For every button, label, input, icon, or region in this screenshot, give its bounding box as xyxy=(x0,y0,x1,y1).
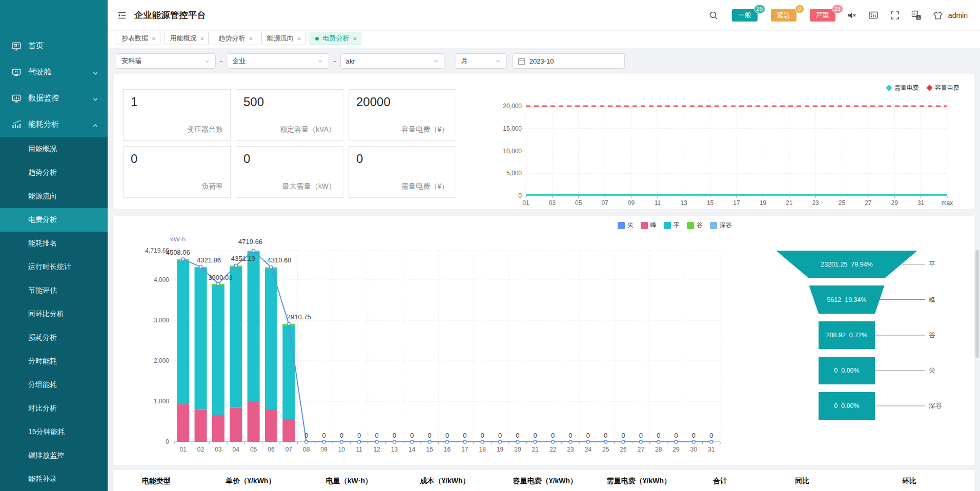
sidebar-subitem-energy-flow[interactable]: 能源流向 xyxy=(0,185,108,208)
legend-item-flat[interactable]: 平 xyxy=(664,221,680,230)
svg-text:20,000: 20,000 xyxy=(503,103,522,110)
svg-text:平: 平 xyxy=(929,260,935,268)
collapse-menu-icon[interactable] xyxy=(117,10,127,21)
fee-trend-chart[interactable]: 需量电费 容量电费 010305070911131517192123252729… xyxy=(482,78,974,208)
sidebar-item-label: 能耗分析 xyxy=(28,119,59,129)
svg-text:5612 19.34%: 5612 19.34% xyxy=(827,296,866,303)
close-icon[interactable]: × xyxy=(152,35,156,42)
fullscreen-icon[interactable] xyxy=(890,10,900,21)
svg-text:18: 18 xyxy=(479,446,486,453)
main-area: 企业能源管控平台 一般 29 紧急 0 严重 23 中A xyxy=(108,0,980,491)
period-select[interactable]: 月 xyxy=(456,53,507,69)
sidebar-subitem-runtime-statistics[interactable]: 运行时长统计 xyxy=(0,255,108,279)
legend-item-deep-valley[interactable]: 深谷 xyxy=(710,221,732,230)
sidebar-subitem-energy-overview[interactable]: 用能概况 xyxy=(0,137,108,161)
svg-text:02: 02 xyxy=(197,446,205,453)
svg-text:0 0.00%: 0 0.00% xyxy=(834,402,859,410)
svg-text:max: max xyxy=(942,199,953,207)
org-select[interactable]: 安科瑞 xyxy=(116,53,216,69)
alert-button-general[interactable]: 一般 29 xyxy=(732,9,758,22)
calendar-icon xyxy=(518,57,525,65)
sidebar-subitem-comparison-analysis[interactable]: 对比分析 xyxy=(0,397,108,420)
alert-button-critical[interactable]: 严重 23 xyxy=(810,9,835,22)
mute-icon[interactable] xyxy=(847,10,857,21)
sidebar-subitem-energy-saving-evaluation[interactable]: 节能评估 xyxy=(0,279,108,302)
sidebar-item-cockpit[interactable]: 驾驶舱 xyxy=(0,59,108,85)
sidebar-subitem-group-energy[interactable]: 分组能耗 xyxy=(0,373,108,397)
legend-item-sharp[interactable]: 尖 xyxy=(618,221,634,230)
square-marker-icon xyxy=(618,222,625,229)
separator: - xyxy=(333,56,336,66)
tab-electricity-fee-analysis[interactable]: 电费分析 × xyxy=(310,32,361,45)
sidebar-subitem-time-of-use-energy[interactable]: 分时能耗 xyxy=(0,350,108,373)
svg-text:0: 0 xyxy=(657,432,660,439)
sidebar-subitem-trend-analysis[interactable]: 趋势分析 xyxy=(0,161,108,185)
legend-item-capacity-fee[interactable]: 容量电费 xyxy=(927,84,959,92)
svg-text:4719.66: 4719.66 xyxy=(238,238,262,246)
sidebar-subitem-loss-analysis[interactable]: 损耗分析 xyxy=(0,326,108,350)
svg-text:0: 0 xyxy=(393,432,396,439)
table-header-row: 电能类型 单价（¥/kWh） 电量（kW·h） 成本（¥/kWh） 容量电费（¥… xyxy=(114,470,974,486)
svg-text:24: 24 xyxy=(585,446,592,453)
svg-text:21: 21 xyxy=(532,446,539,453)
alert-button-urgent[interactable]: 紧急 0 xyxy=(771,9,797,22)
svg-text:0: 0 xyxy=(463,432,466,439)
language-icon[interactable]: 中A xyxy=(911,10,922,21)
tab-meter-data[interactable]: 抄表数据 × xyxy=(116,32,160,45)
sidebar-item-energy-analysis[interactable]: 能耗分析 xyxy=(0,111,108,137)
trend-chart-icon xyxy=(11,119,22,130)
column-header-demand-fee: 需量电费（¥/kWh） xyxy=(596,477,681,486)
svg-text:11: 11 xyxy=(655,199,661,207)
tab-trend-analysis[interactable]: 趋势分析 × xyxy=(213,32,257,45)
sidebar-item-home[interactable]: 首页 xyxy=(0,33,108,59)
daily-energy-bar-chart-svg[interactable]: 01,0002,0003,0004,0004,719.6601020304050… xyxy=(123,226,759,457)
svg-text:0: 0 xyxy=(586,432,590,439)
sidebar-subitem-yoy-mom-analysis[interactable]: 同环比分析 xyxy=(0,302,108,326)
column-header-yoy: 同比 xyxy=(759,477,845,486)
sidebar-subitem-15min-energy[interactable]: 15分钟能耗 xyxy=(0,420,108,444)
close-icon[interactable]: × xyxy=(353,35,357,42)
scrollbar[interactable] xyxy=(975,250,979,358)
svg-text:20: 20 xyxy=(514,446,521,453)
sidebar-subitem-electricity-fee-analysis[interactable]: 电费分析 xyxy=(0,208,108,232)
svg-text:03: 03 xyxy=(215,446,222,453)
svg-text:22: 22 xyxy=(549,446,557,453)
bar-chart-legend: 尖 峰 平 谷 深谷 xyxy=(618,221,732,230)
level-select[interactable]: 企业 xyxy=(227,53,329,69)
legend-item-valley[interactable]: 谷 xyxy=(687,221,703,230)
close-icon[interactable]: × xyxy=(297,35,301,42)
period-funnel-chart-svg[interactable]: 23201.25 79.94%平5612 19.34%峰208.92 0.72%… xyxy=(769,246,980,430)
svg-text:25: 25 xyxy=(839,199,846,207)
svg-text:13: 13 xyxy=(681,199,688,207)
legend-item-demand-fee[interactable]: 需量电费 xyxy=(887,84,919,92)
svg-text:05: 05 xyxy=(575,199,582,207)
sidebar-subitem-energy-ranking[interactable]: 能耗排名 xyxy=(0,232,108,255)
theme-shirt-icon[interactable] xyxy=(933,10,943,21)
node-select[interactable]: akr xyxy=(340,53,444,69)
big-screen-icon[interactable] xyxy=(868,10,879,21)
sidebar-item-label: 驾驶舱 xyxy=(28,67,51,77)
energy-panel: 尖 峰 平 谷 深谷 01,0002,0003,0004,0004,719.66… xyxy=(114,216,974,465)
svg-text:15: 15 xyxy=(707,199,714,207)
date-picker[interactable]: 2023-10 xyxy=(512,53,625,69)
search-icon[interactable] xyxy=(708,10,719,21)
svg-text:0: 0 xyxy=(692,432,696,439)
legend-item-peak[interactable]: 峰 xyxy=(641,221,657,230)
close-icon[interactable]: × xyxy=(200,35,205,42)
svg-text:0: 0 xyxy=(340,432,343,439)
tab-energy-overview[interactable]: 用能概况 × xyxy=(165,32,209,45)
sidebar-subitem-energy-data-supplement[interactable]: 能耗补录 xyxy=(0,467,108,491)
home-screen-icon xyxy=(11,41,22,51)
fee-line-chart-svg[interactable]: 01030507091113151719212325272931max05,00… xyxy=(482,78,974,208)
sidebar-item-data-monitor[interactable]: 数据监控 xyxy=(0,85,108,111)
svg-text:0: 0 xyxy=(709,432,713,439)
svg-text:30: 30 xyxy=(690,446,698,453)
stat-card-load-rate: 0 负荷率 xyxy=(123,146,231,198)
user-name[interactable]: admin xyxy=(948,11,968,19)
tab-energy-flow[interactable]: 能源流向 × xyxy=(261,32,306,45)
svg-text:4,000: 4,000 xyxy=(154,276,169,283)
stat-card-capacity-fee: 20000 容量电费（¥） xyxy=(349,89,456,141)
close-icon[interactable]: × xyxy=(249,35,253,42)
svg-text:0: 0 xyxy=(375,432,378,439)
sidebar-subitem-carbon-emission-monitor[interactable]: 碳排放监控 xyxy=(0,444,108,467)
